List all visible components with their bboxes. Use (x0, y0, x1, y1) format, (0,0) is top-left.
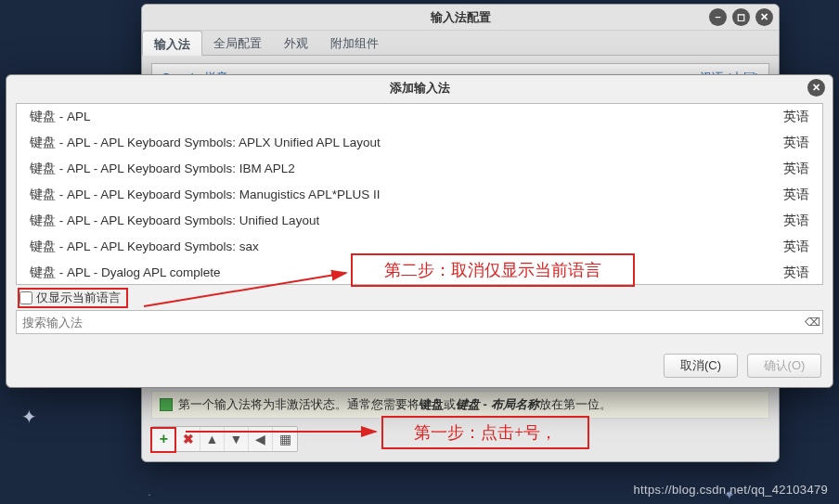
tab-addons[interactable]: 附加组件 (319, 31, 390, 55)
maximize-button[interactable]: ◻ (732, 8, 750, 26)
window-title: 输入法配置 (431, 9, 491, 26)
cancel-button[interactable]: 取消(C) (664, 354, 738, 378)
only-current-language-label: 仅显示当前语言 (36, 290, 121, 306)
ok-button[interactable]: 确认(O) (747, 354, 821, 378)
list-item[interactable]: 键盘 - APL - APL Keyboard Symbols: Manugis… (17, 182, 822, 208)
annotation-step1-box: 第一步：点击+号， (381, 416, 589, 449)
window-titlebar[interactable]: 输入法配置 – ◻ ✕ (142, 5, 779, 31)
list-item[interactable]: 键盘 - APL - APL Keyboard Symbols: IBM APL… (17, 156, 822, 182)
desktop-star-deco: • (148, 492, 150, 498)
dialog-titlebar[interactable]: 添加输入法 ✕ (6, 75, 833, 101)
desktop-star-deco: ✦ (21, 406, 37, 428)
dialog-close-button[interactable]: ✕ (807, 79, 825, 97)
tab-input-method[interactable]: 输入法 (142, 31, 202, 56)
move-up-button[interactable]: ▲ (200, 427, 225, 451)
close-button[interactable]: ✕ (755, 8, 773, 26)
remove-button[interactable]: ✖ (176, 427, 200, 451)
config-tabs: 输入法 全局配置 外观 附加组件 (142, 31, 779, 56)
move-down-button[interactable]: ▼ (225, 427, 249, 451)
list-item[interactable]: 键盘 - APL英语 (17, 104, 822, 130)
filter-row: 仅显示当前语言 (16, 285, 823, 310)
list-item[interactable]: 键盘 - APL - APL Keyboard Symbols: APLX Un… (17, 130, 822, 156)
tip-bar: 第一个输入法将为非激活状态。通常您需要将键盘或键盘 - 布局名称放在第一位。 (151, 391, 769, 419)
tab-appearance[interactable]: 外观 (273, 31, 319, 55)
annotation-highlight-checkbox: 仅显示当前语言 (18, 288, 128, 308)
list-item[interactable]: 键盘 - APL - APL Keyboard Symbols: Unified… (17, 208, 822, 234)
tip-icon (160, 398, 173, 411)
add-input-method-dialog: 添加输入法 ✕ 键盘 - APL英语 键盘 - APL - APL Keyboa… (6, 74, 833, 388)
dialog-title: 添加输入法 (390, 80, 450, 97)
tab-global-config[interactable]: 全局配置 (202, 31, 273, 55)
annotation-step2-box: 第二步：取消仅显示当前语言 (351, 253, 635, 287)
tip-text: 第一个输入法将为非激活状态。通常您需要将键盘或键盘 - 布局名称放在第一位。 (178, 396, 612, 413)
annotation-step2-text: 第二步：取消仅显示当前语言 (384, 259, 601, 281)
add-button[interactable]: + (152, 427, 176, 451)
search-input[interactable] (17, 312, 802, 333)
move-left-button[interactable]: ◀ (249, 427, 273, 451)
clear-search-icon[interactable]: ⌫ (802, 316, 822, 329)
search-row: ⌫ (16, 310, 823, 334)
configure-button[interactable]: ▦ (273, 427, 297, 451)
toolbar: + ✖ ▲ ▼ ◀ ▦ (151, 426, 298, 452)
minimize-button[interactable]: – (709, 8, 727, 26)
annotation-step1-text: 第一步：点击+号， (414, 421, 557, 444)
watermark: https://blog.csdn.net/qq_42103479 (634, 483, 828, 497)
only-current-language-checkbox[interactable] (19, 291, 32, 304)
